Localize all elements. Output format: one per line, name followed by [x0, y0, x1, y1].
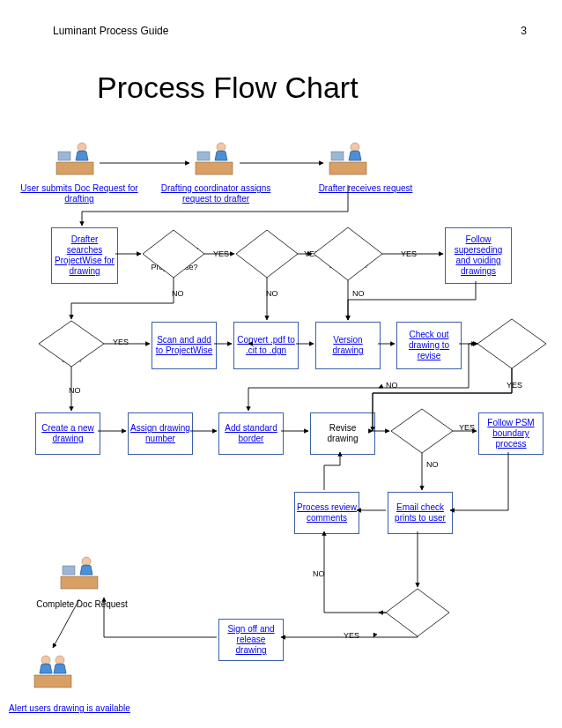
svg-point-9 [82, 557, 91, 566]
box-assign-number[interactable]: Assign drawing number [128, 412, 193, 455]
label-yes-1: YES [213, 249, 229, 258]
label-no-border: NO [386, 381, 398, 390]
svg-point-6 [351, 143, 359, 152]
box-create-new[interactable]: Create a new drawing [35, 412, 100, 455]
label-no-hardcopy: NO [69, 386, 81, 395]
main-title: Process Flow Chart [97, 71, 359, 105]
actor-alert-users[interactable]: Alert users drawing is available [9, 703, 150, 714]
label-yes-psm: YES [459, 423, 475, 432]
complete-request-icon [57, 553, 101, 594]
label-yes-approved: YES [344, 631, 359, 640]
svg-rect-5 [197, 152, 210, 160]
coordinator-icon [192, 139, 236, 180]
svg-rect-1 [56, 162, 93, 175]
decision-approved: Check prints approved? [392, 605, 445, 623]
box-follow-supersede[interactable]: Follow superseding and voiding drawings [445, 227, 512, 284]
label-yes-hardcopy: YES [113, 338, 129, 346]
actor-coordinator-assigns[interactable]: Drafting coordinator assigns request to … [150, 183, 282, 204]
svg-rect-14 [34, 675, 71, 687]
box-process-review[interactable]: Process review comments [294, 492, 359, 534]
box-scan-add[interactable]: Scan and add to ProjectWise [152, 322, 217, 369]
svg-point-12 [41, 656, 50, 665]
label-no-psm: NO [426, 460, 439, 469]
box-checkout[interactable]: Check out drawing to revise [396, 322, 462, 369]
label-no-approved: NO [313, 569, 325, 578]
decision-exist-pw: Does drawing exist in ProjectWise? [148, 245, 201, 271]
svg-point-0 [78, 143, 86, 152]
label-no-2: NO [266, 289, 278, 298]
svg-rect-2 [58, 152, 70, 160]
svg-rect-8 [331, 152, 344, 160]
box-revise-drawing: Revise drawing [310, 412, 375, 455]
page-header-title: Luminant Process Guide [53, 25, 168, 37]
decision-std-border: Does drawing have standard border? [483, 335, 543, 361]
decision-hardcopy: Does hardcopy exist? [46, 338, 99, 364]
label-yes-border: YES [507, 381, 522, 390]
box-drafter-searches[interactable]: Drafter searches ProjectWise for drawing [51, 227, 118, 284]
page-number: 3 [521, 25, 527, 37]
box-email-checkprints[interactable]: Email check prints to user [388, 492, 453, 534]
actor-complete-request: Complete Doc Request [33, 599, 130, 609]
decision-replaced: Is a drawing being replaced or deleted? [319, 243, 379, 270]
box-follow-psm[interactable]: Follow PSM boundary process [478, 412, 544, 455]
svg-rect-7 [329, 162, 366, 175]
label-yes-3: YES [401, 249, 417, 258]
svg-rect-10 [61, 576, 98, 589]
actor-drafter-receives[interactable]: Drafter receives request [304, 183, 427, 194]
svg-point-13 [55, 656, 64, 665]
label-yes-2: YES [304, 249, 320, 258]
label-no-1: NO [172, 289, 184, 298]
decision-is-psm: Is drawing PSM? [396, 425, 449, 442]
svg-point-3 [217, 143, 226, 152]
drafter-icon [326, 139, 370, 180]
box-version-drawing[interactable]: Version drawing [315, 322, 381, 369]
alert-users-icon [31, 652, 75, 693]
box-convert[interactable]: Convert .pdf to .cit to .dgn [233, 322, 299, 369]
decision-dgn-exist: Does .dgn exist? [242, 248, 295, 265]
svg-rect-4 [196, 162, 233, 175]
label-no-3: NO [352, 289, 365, 298]
user-icon [53, 139, 97, 180]
box-signoff-release[interactable]: Sign off and release drawing [218, 619, 284, 661]
box-add-border[interactable]: Add standard border [218, 412, 284, 455]
svg-rect-11 [63, 566, 75, 575]
actor-user-submits[interactable]: User submits Doc Request for drafting [18, 183, 141, 204]
